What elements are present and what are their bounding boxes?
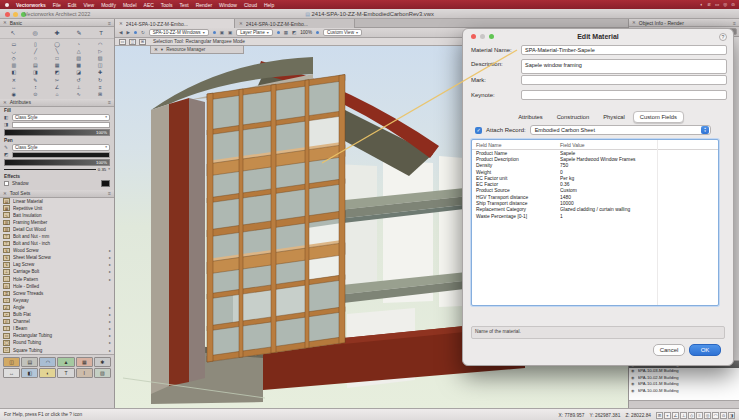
- tool-set-item[interactable]: ↯Lag Screw▸: [0, 261, 114, 268]
- snap-distance-icon[interactable]: ◇: [688, 412, 695, 419]
- basic-tool-23[interactable]: ◪: [68, 69, 90, 76]
- menu-item-render[interactable]: Render: [196, 2, 212, 8]
- palette-resize-strip[interactable]: [629, 400, 739, 408]
- document-tab[interactable]: ✕2414-SPA-10-ZZ-M-Embo...: [235, 19, 355, 28]
- table-row[interactable]: Replacement CategoryGlazed cladding / cu…: [472, 207, 718, 213]
- field-value-header[interactable]: Field Value: [560, 142, 718, 148]
- menu-item-view[interactable]: View: [83, 2, 94, 8]
- document-tab[interactable]: ✕2414-SPA-10-ZZ-M-Embo...: [115, 19, 235, 28]
- table-row[interactable]: Density750: [472, 163, 718, 169]
- line-weight-value[interactable]: 0.35: [98, 167, 106, 172]
- tool-set-item[interactable]: ↯Wood Screw▸: [0, 247, 114, 254]
- basic-tool-2[interactable]: ◯: [46, 40, 68, 47]
- tool-set-item[interactable]: ⊹Keyway: [0, 297, 114, 304]
- display-icon[interactable]: ◐: [701, 2, 704, 7]
- palette-menu-icon[interactable]: ≡: [108, 190, 111, 196]
- menu-app-name[interactable]: Vectorworks: [16, 2, 46, 8]
- spotlight-icon[interactable]: ◎: [723, 2, 727, 7]
- basic-tool-9[interactable]: ▷: [89, 47, 111, 54]
- pen-opacity-bar[interactable]: 100%: [4, 159, 110, 166]
- machine-design-tools[interactable]: ✱: [94, 357, 111, 367]
- dialog-tab-physical[interactable]: Physical: [597, 112, 631, 122]
- table-row[interactable]: Product SourceCustom: [472, 188, 718, 194]
- tool-set-item[interactable]: II Beam▸: [0, 325, 114, 332]
- basic-tool-37[interactable]: ⌂: [46, 90, 68, 97]
- tool-sets-palette-header[interactable]: ✕ Tool Sets ≡: [0, 190, 114, 198]
- tool-set-item[interactable]: ⊥Carriage Bolt▸: [0, 268, 114, 275]
- basic-tool-28[interactable]: ↺: [68, 76, 90, 83]
- plane-mode-icon[interactable]: ◩: [292, 30, 296, 35]
- close-icon[interactable]: ✕: [239, 21, 243, 26]
- dims-notes-tools[interactable]: ↔: [3, 368, 20, 378]
- basic-tool-25[interactable]: ✕: [3, 76, 25, 83]
- basic-tool-1[interactable]: ▯: [25, 40, 47, 47]
- rotate-view-icon[interactable]: ↻: [141, 30, 145, 35]
- basic-tool-14[interactable]: ▨: [89, 54, 111, 61]
- pen-color-swatch[interactable]: [12, 152, 110, 158]
- furnishing-tools[interactable]: ▦: [76, 357, 93, 367]
- tool-set-item[interactable]: ⌐Bulb Flat▸: [0, 311, 114, 318]
- basic-tool-6[interactable]: ╱: [25, 47, 47, 54]
- close-icon[interactable]: ✕: [3, 191, 7, 196]
- cancel-button[interactable]: Cancel: [653, 344, 685, 356]
- menu-item-help[interactable]: Help: [264, 2, 274, 8]
- tool-set-item[interactable]: ▧Detail Cut Wood: [0, 226, 114, 233]
- chevron-down-icon[interactable]: ▾: [108, 167, 110, 171]
- battery-icon[interactable]: ▭: [715, 2, 719, 7]
- visibility-icon[interactable]: ◉: [631, 388, 635, 393]
- dialog-help-button[interactable]: ?: [719, 33, 727, 41]
- menu-item-modify[interactable]: Modify: [101, 2, 116, 8]
- marquee-mode-icon[interactable]: ▭: [119, 39, 126, 45]
- keynote-input[interactable]: [521, 90, 727, 100]
- visualization-tools[interactable]: ◐: [39, 368, 56, 378]
- visibility-icon[interactable]: ◉: [631, 375, 635, 380]
- close-icon[interactable]: ✕: [154, 47, 158, 52]
- custom-fields-table[interactable]: Field Name Field Value Product NameSapel…: [471, 139, 719, 306]
- close-icon[interactable]: ✕: [3, 20, 7, 25]
- close-icon[interactable]: ✕: [119, 21, 123, 26]
- basic-tool-33[interactable]: ⊥: [68, 83, 90, 90]
- basic-tool-34[interactable]: ≡: [89, 83, 111, 90]
- building-shell-tools[interactable]: ◫: [3, 357, 20, 367]
- shadow-checkbox[interactable]: [4, 181, 9, 186]
- table-row[interactable]: EC Factor unitPer kg: [472, 175, 718, 181]
- menu-item-text[interactable]: Text: [180, 2, 189, 8]
- table-row[interactable]: Ship Transport distance10000: [472, 200, 718, 206]
- menu-item-window[interactable]: Window: [219, 2, 237, 8]
- basic-tool-10[interactable]: ◇: [3, 54, 25, 61]
- fill-color-swatch[interactable]: [12, 122, 110, 128]
- close-icon[interactable]: ✕: [3, 100, 7, 105]
- basic-tool-3[interactable]: ◔: [68, 40, 90, 47]
- tool-set-item[interactable]: ∷Hole Pattern▸: [0, 276, 114, 283]
- dialog-tab-attributes[interactable]: Attributes: [512, 112, 549, 122]
- structural-tools[interactable]: I: [76, 368, 93, 378]
- tool-set-item[interactable]: ∠Angle▸: [0, 304, 114, 311]
- detailing-tools[interactable]: ▧: [94, 368, 111, 378]
- table-row[interactable]: Waste Percentage [0-1]1: [472, 213, 718, 219]
- resource-manager-collapsed-palette[interactable]: ✕ ▾ Resource Manager: [150, 45, 244, 54]
- pen-style-dropdown[interactable]: Class Style▾: [12, 144, 110, 151]
- menu-item-tools[interactable]: Tools: [161, 2, 173, 8]
- apple-logo[interactable]: [5, 3, 9, 7]
- marquee-add-mode-icon[interactable]: ◫: [129, 39, 136, 45]
- site-planning-tools[interactable]: ▲: [57, 357, 74, 367]
- basic-palette-header[interactable]: ✕ Basic ≡: [0, 19, 114, 27]
- zoom-level[interactable]: 100%: [300, 30, 312, 35]
- tool-set-item[interactable]: ▤Linear Material: [0, 198, 114, 205]
- basic-tool-18[interactable]: ▩: [68, 62, 90, 69]
- basic-tool-0[interactable]: ▭: [3, 40, 25, 47]
- roof-tools[interactable]: ◠: [39, 357, 56, 367]
- menu-item-file[interactable]: File: [53, 2, 61, 8]
- tool-set-item[interactable]: ↯Sheet Metal Screw▸: [0, 254, 114, 261]
- tool-set-item[interactable]: ∿Batt Insulation: [0, 212, 114, 219]
- tool-set-item[interactable]: ▭Rectangular Tubing▸: [0, 332, 114, 339]
- table-row[interactable]: EC Factor0.36: [472, 181, 718, 187]
- menu-item-model[interactable]: Model: [123, 2, 137, 8]
- basic-tool-5[interactable]: ◡: [3, 47, 25, 54]
- fill-opacity-bar[interactable]: 100%: [4, 129, 110, 136]
- basic-tool-17[interactable]: ▦: [46, 62, 68, 69]
- snap-angle-icon[interactable]: ∠: [672, 412, 679, 419]
- tool-set-item[interactable]: ▥Framing Member: [0, 219, 114, 226]
- close-icon[interactable]: ✕: [632, 20, 636, 25]
- marquee-grid-mode-icon[interactable]: ⊞: [139, 39, 146, 45]
